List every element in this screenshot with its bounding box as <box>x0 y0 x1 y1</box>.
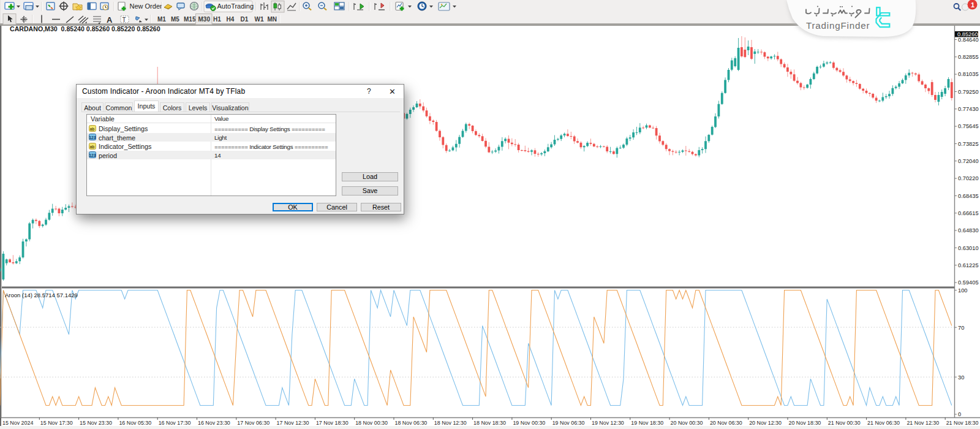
svg-text:T: T <box>123 17 126 23</box>
svg-text:15 Nov 23:30: 15 Nov 23:30 <box>80 420 112 426</box>
svg-text:0.70220: 0.70220 <box>958 175 979 181</box>
svg-text:0.75645: 0.75645 <box>958 123 979 129</box>
svg-text:20 Nov 06:30: 20 Nov 06:30 <box>710 420 742 426</box>
svg-text:21 Nov 00:30: 21 Nov 00:30 <box>828 420 861 426</box>
svg-text:A: A <box>107 15 113 25</box>
svg-text:17 Nov 18:30: 17 Nov 18:30 <box>316 420 349 426</box>
svg-text:21 Nov 18:30: 21 Nov 18:30 <box>946 420 979 426</box>
svg-text:0.72040: 0.72040 <box>958 158 979 164</box>
svg-text:20 Nov 12:30: 20 Nov 12:30 <box>749 420 782 426</box>
svg-text:100: 100 <box>958 287 968 294</box>
svg-text:M5: M5 <box>171 16 179 23</box>
svg-text:M15: M15 <box>184 16 196 23</box>
svg-text:19 Nov 18:30: 19 Nov 18:30 <box>631 420 663 426</box>
svg-text:0.77430: 0.77430 <box>958 106 979 112</box>
svg-text:0.82855: 0.82855 <box>958 54 979 60</box>
svg-text:21 Nov 06:30: 21 Nov 06:30 <box>867 420 900 426</box>
svg-text:M30: M30 <box>198 16 211 23</box>
svg-text:0.64830: 0.64830 <box>958 227 979 233</box>
svg-text:0: 0 <box>958 411 961 417</box>
svg-text:0.61225: 0.61225 <box>958 262 979 268</box>
svg-text:CARDANO,M30 0.85240 0.85260 0: CARDANO,M30 0.85240 0.85260 0.85220 0.85… <box>10 25 160 32</box>
svg-text:Aroon (14) 28.5714 57.1429: Aroon (14) 28.5714 57.1429 <box>5 292 78 298</box>
svg-text:17 Nov 12:30: 17 Nov 12:30 <box>277 420 309 426</box>
svg-text:16 Nov 05:30: 16 Nov 05:30 <box>119 420 151 426</box>
svg-text:19 Nov 12:30: 19 Nov 12:30 <box>592 420 624 426</box>
svg-text:17 Nov 06:30: 17 Nov 06:30 <box>237 420 270 426</box>
svg-text:0.63010: 0.63010 <box>958 245 979 251</box>
svg-text:18 Nov 12:30: 18 Nov 12:30 <box>434 420 467 426</box>
svg-text:AutoTrading: AutoTrading <box>217 2 254 10</box>
svg-text:18 Nov 00:30: 18 Nov 00:30 <box>355 420 388 426</box>
svg-text:0.59405: 0.59405 <box>958 279 979 286</box>
svg-text:15 Nov 2024: 15 Nov 2024 <box>2 420 33 426</box>
svg-text:W1: W1 <box>255 16 264 23</box>
svg-text:D1: D1 <box>241 16 249 23</box>
svg-text:20 Nov 00:30: 20 Nov 00:30 <box>671 420 703 426</box>
svg-text:20 Nov 18:30: 20 Nov 18:30 <box>789 420 821 426</box>
svg-text:15 Nov 17:30: 15 Nov 17:30 <box>40 420 73 426</box>
svg-text:21 Nov 12:30: 21 Nov 12:30 <box>907 420 939 426</box>
svg-text:0.68435: 0.68435 <box>958 193 979 199</box>
svg-text:TradingFinder: TradingFinder <box>806 20 870 31</box>
svg-text:18 Nov 18:30: 18 Nov 18:30 <box>473 420 506 426</box>
svg-text:0.73825: 0.73825 <box>958 141 979 147</box>
svg-text:18 Nov 06:30: 18 Nov 06:30 <box>395 420 428 426</box>
svg-text:0.79250: 0.79250 <box>958 89 979 95</box>
svg-text:H1: H1 <box>213 16 221 23</box>
svg-text:16 Nov 17:30: 16 Nov 17:30 <box>159 420 191 426</box>
svg-text:H4: H4 <box>227 16 235 23</box>
svg-text:1: 1 <box>971 1 974 9</box>
svg-text:MN: MN <box>268 16 277 23</box>
svg-text:16 Nov 23:30: 16 Nov 23:30 <box>198 420 230 426</box>
svg-text:New Order: New Order <box>130 2 163 10</box>
svg-text:M1: M1 <box>157 16 166 23</box>
svg-text:0.81035: 0.81035 <box>958 71 979 77</box>
svg-text:0.66615: 0.66615 <box>958 210 979 216</box>
svg-text:30: 30 <box>958 374 964 381</box>
svg-text:19 Nov 06:30: 19 Nov 06:30 <box>552 420 585 426</box>
svg-text:19 Nov 00:30: 19 Nov 00:30 <box>513 420 545 426</box>
svg-text:70: 70 <box>958 325 964 331</box>
